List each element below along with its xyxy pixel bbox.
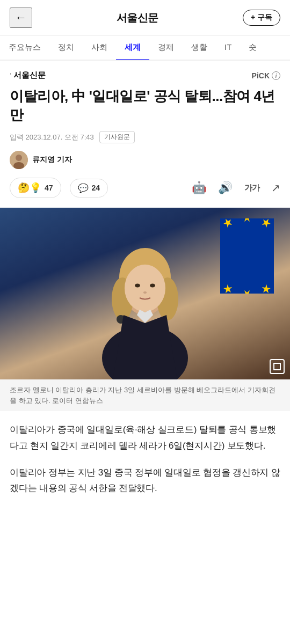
- category-item-society[interactable]: 사회: [83, 36, 116, 60]
- article-image-section: 조르자 멜로니 이탈리아 총리가 지난 3일 세르비아를 방문해 베오그라드에서…: [0, 208, 290, 411]
- category-item-it[interactable]: IT: [216, 36, 240, 60]
- category-navigation: 주요뉴스 정치 사회 세계 경제 생활 IT 숏: [0, 36, 290, 61]
- reaction-emoji: 🤔💡: [18, 182, 41, 194]
- info-icon[interactable]: i: [272, 71, 280, 80]
- author-name: 류지영 기자: [32, 155, 72, 165]
- category-item-life[interactable]: 생활: [183, 36, 216, 60]
- pick-badge[interactable]: PiCK i: [252, 71, 280, 80]
- svg-rect-3: [220, 218, 274, 294]
- back-button[interactable]: ←: [10, 8, 32, 28]
- article-image: [0, 208, 290, 379]
- article-date: 입력 2023.12.07. 오전 7:43: [10, 133, 94, 142]
- person-silhouette: [91, 229, 199, 379]
- category-item-main[interactable]: 주요뉴스: [0, 36, 49, 60]
- source-row: ˈ 서울신문 PiCK i: [10, 70, 280, 80]
- speaker-icon[interactable]: 🔊: [218, 181, 233, 195]
- comment-icon: 💬: [78, 183, 89, 193]
- subscribe-button[interactable]: + 구독: [243, 10, 280, 26]
- emoji-reaction-button[interactable]: 🤔💡 47: [10, 178, 61, 198]
- author-avatar: [10, 151, 28, 169]
- article-paragraph-2: 이탈리아 정부는 지난 3일 중국 정부에 일대일로 협정을 갱신하지 않겠다는…: [10, 465, 280, 497]
- comment-button[interactable]: 💬 24: [70, 179, 108, 197]
- category-item-world[interactable]: 세계: [116, 36, 149, 61]
- category-item-short[interactable]: 숏: [240, 36, 265, 60]
- source-logo: ˈ 서울신문: [10, 70, 46, 80]
- pick-label: PiCK: [252, 71, 270, 80]
- eu-flag: [220, 218, 274, 294]
- svg-point-24: [135, 284, 140, 288]
- app-title: 서울신문: [117, 11, 158, 25]
- expand-icon[interactable]: [270, 359, 285, 374]
- article-container: ˈ 서울신문 PiCK i 이탈리아, 中 '일대일로' 공식 탈퇴...참여 …: [0, 61, 290, 198]
- share-icon[interactable]: ↗: [271, 181, 280, 194]
- svg-point-1: [16, 155, 22, 161]
- article-body: 이탈리아가 중국에 일대일로(육·해상 실크로드) 탈퇴를 공식 통보했다고 현…: [0, 411, 290, 518]
- action-icons: 🤖 🔊 가가 ↗: [192, 181, 280, 195]
- svg-point-26: [143, 291, 147, 294]
- article-paragraph-1: 이탈리아가 중국에 일대일로(육·해상 실크로드) 탈퇴를 공식 통보했다고 현…: [10, 422, 280, 454]
- emoji-count: 47: [45, 184, 53, 192]
- logo-prefix-icon: ˈ: [10, 72, 11, 79]
- category-item-economy[interactable]: 경제: [149, 36, 183, 60]
- robot-icon[interactable]: 🤖: [192, 181, 206, 195]
- reaction-row: 🤔💡 47 💬 24 🤖 🔊 가가 ↗: [10, 178, 280, 198]
- comment-count: 24: [92, 184, 100, 192]
- category-item-politics[interactable]: 정치: [49, 36, 83, 60]
- meta-row: 입력 2023.12.07. 오전 7:43 기사원문: [10, 131, 280, 143]
- svg-point-23: [125, 265, 165, 312]
- author-row: 류지영 기자: [10, 151, 280, 169]
- font-size-button[interactable]: 가가: [244, 183, 259, 193]
- source-logo-text: 서울신문: [13, 70, 46, 80]
- source-tag-button[interactable]: 기사원문: [99, 131, 135, 143]
- top-navigation: ← 서울신문 + 구독: [0, 0, 290, 36]
- image-caption: 조르자 멜로니 이탈리아 총리가 지난 3일 세르비아를 방문해 베오그라드에서…: [0, 379, 290, 411]
- svg-point-25: [150, 284, 155, 288]
- article-title: 이탈리아, 中 '일대일로' 공식 탈퇴...참여 4년만: [10, 87, 280, 125]
